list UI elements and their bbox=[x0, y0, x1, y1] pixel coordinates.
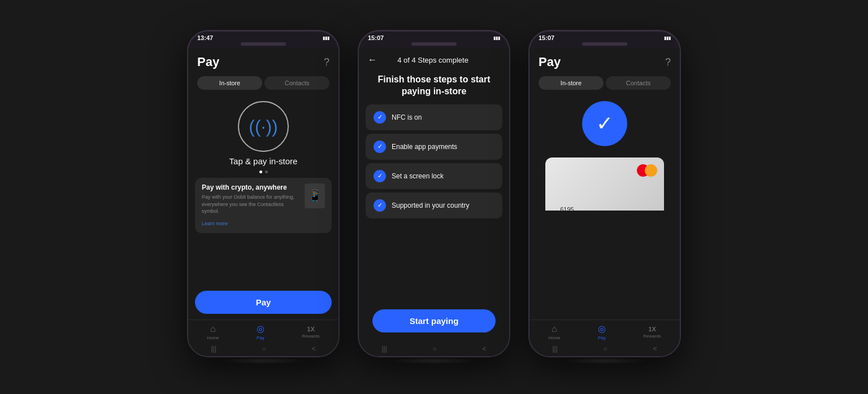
step-item-3: ✓ Set a screen lock bbox=[366, 163, 502, 189]
mastercard-logo bbox=[637, 164, 657, 177]
promo-card: Pay with crypto, anywhere Pay with your … bbox=[195, 178, 332, 233]
phone-2: 15:07 ▮▮▮ ← 4 of 4 Steps complete Finish… bbox=[358, 30, 510, 357]
gesture-back-3: < bbox=[653, 345, 657, 353]
status-icons-3: ▮▮▮ bbox=[664, 36, 671, 41]
nav-home-1[interactable]: ⌂ Home bbox=[207, 324, 219, 340]
status-icons-2: ▮▮▮ bbox=[493, 36, 500, 41]
nav-home-label-3: Home bbox=[548, 335, 560, 340]
nav-rewards-3[interactable]: 1X Rewards bbox=[643, 326, 661, 339]
gesture-circle-1: ○ bbox=[262, 345, 266, 353]
app-content-2: ← 4 of 4 Steps complete Finish those ste… bbox=[359, 48, 509, 356]
pay-button[interactable]: Pay bbox=[195, 291, 332, 314]
step-text-3: Set a screen lock bbox=[392, 172, 444, 180]
status-bar-3: 15:07 ▮▮▮ bbox=[530, 31, 680, 42]
battery-icon-3: ▮▮▮ bbox=[664, 36, 671, 41]
help-icon-1[interactable]: ? bbox=[324, 56, 329, 68]
gesture-lines-2: ||| bbox=[381, 345, 387, 353]
step-check-3: ✓ bbox=[374, 170, 386, 182]
step-item-2: ✓ Enable app payments bbox=[366, 134, 502, 160]
nav-pay-1[interactable]: ◎ Pay bbox=[257, 323, 264, 340]
notch-3 bbox=[582, 42, 627, 46]
tab-contacts-1[interactable]: Contacts bbox=[264, 76, 329, 90]
step-check-1: ✓ bbox=[374, 111, 386, 124]
checkmark-icon: ✓ bbox=[596, 112, 613, 135]
nav-pay-label-1: Pay bbox=[257, 335, 264, 340]
phones-container: 13:47 ▮▮▮ Pay ? In-store Contacts bbox=[176, 19, 692, 375]
step-item-4: ✓ Supported in your country bbox=[366, 192, 502, 218]
step-text-1: NFC is on bbox=[392, 113, 422, 121]
app-header-3: Pay ? bbox=[530, 48, 680, 74]
time-3: 15:07 bbox=[539, 34, 554, 41]
dot-2 bbox=[265, 170, 268, 173]
promo-link[interactable]: Learn more bbox=[202, 221, 228, 226]
back-button[interactable]: ← bbox=[368, 55, 377, 65]
app-header-1: Pay ? bbox=[188, 48, 338, 74]
steps-content: Finish those steps to start paying in-st… bbox=[359, 69, 509, 343]
nav-rewards-label-1: Rewards bbox=[302, 334, 320, 339]
phone-1: 13:47 ▮▮▮ Pay ? In-store Contacts bbox=[187, 30, 340, 357]
app-title-3: Pay bbox=[539, 55, 561, 69]
rewards-icon-3: 1X bbox=[648, 326, 656, 332]
steps-complete-label: 4 of 4 Steps complete bbox=[377, 56, 489, 64]
app-content-1: Pay ? In-store Contacts ((·)) Tap & pay … bbox=[188, 48, 338, 356]
bottom-nav-1: ⌂ Home ◎ Pay 1X Rewards bbox=[188, 319, 338, 343]
notch-2 bbox=[411, 42, 457, 46]
success-check-circle: ✓ bbox=[582, 101, 627, 146]
success-content: ✓ ....6195 bbox=[530, 92, 680, 211]
rewards-icon-1: 1X bbox=[307, 326, 314, 332]
help-icon-3[interactable]: ? bbox=[665, 56, 671, 68]
card-last-four: ....6195 bbox=[553, 206, 656, 211]
step-text-4: Supported in your country bbox=[392, 202, 469, 209]
nav-rewards-1[interactable]: 1X Rewards bbox=[302, 326, 320, 339]
nav-rewards-label-3: Rewards bbox=[643, 334, 661, 339]
step-check-2: ✓ bbox=[374, 141, 386, 153]
tab-bar-3: In-store Contacts bbox=[530, 74, 680, 92]
phone-shadow-3 bbox=[559, 357, 650, 364]
bottom-nav-3: ⌂ Home ◎ Pay 1X Rewards bbox=[530, 319, 680, 343]
tab-contacts-3[interactable]: Contacts bbox=[606, 76, 671, 90]
gesture-back-1: < bbox=[312, 345, 316, 353]
gesture-circle-2: ○ bbox=[433, 345, 437, 353]
pay-icon-1: ◎ bbox=[257, 323, 264, 334]
tab-instore-3[interactable]: In-store bbox=[539, 76, 604, 90]
nav-home-3[interactable]: ⌂ Home bbox=[548, 324, 560, 340]
pay-icon-3: ◎ bbox=[598, 323, 606, 334]
gesture-circle-3: ○ bbox=[604, 345, 607, 353]
home-icon-1: ⌂ bbox=[210, 324, 216, 334]
status-bar-2: 15:07 ▮▮▮ bbox=[359, 31, 509, 42]
nav-pay-3[interactable]: ◎ Pay bbox=[598, 323, 606, 340]
gesture-bar-2: ||| ○ < bbox=[359, 343, 509, 356]
gesture-bar-3: ||| ○ < bbox=[530, 343, 680, 356]
nfc-waves-icon: ((·)) bbox=[249, 116, 278, 137]
tap-pay-label: Tap & pay in-store bbox=[188, 156, 338, 166]
battery-icon-2: ▮▮▮ bbox=[493, 36, 500, 41]
time-1: 13:47 bbox=[197, 34, 213, 41]
credit-card: ....6195 bbox=[545, 157, 664, 211]
dot-1 bbox=[259, 170, 262, 173]
step-check-4: ✓ bbox=[374, 199, 386, 212]
gesture-back-2: < bbox=[483, 345, 487, 353]
home-icon-3: ⌂ bbox=[552, 324, 557, 334]
notch-area-1 bbox=[188, 42, 338, 48]
phone-shadow-1 bbox=[218, 357, 309, 364]
tab-bar-1: In-store Contacts bbox=[188, 74, 338, 92]
nav-pay-label-3: Pay bbox=[598, 335, 606, 340]
gesture-lines-1: ||| bbox=[211, 345, 216, 353]
phone-3: 15:07 ▮▮▮ Pay ? In-store Contacts bbox=[528, 30, 681, 357]
step-text-2: Enable app payments bbox=[392, 143, 457, 151]
phone-shadow-2 bbox=[389, 357, 479, 364]
mc-right-circle bbox=[645, 164, 657, 177]
time-2: 15:07 bbox=[368, 34, 384, 41]
promo-image: 📱 bbox=[305, 183, 325, 208]
dots-row bbox=[188, 170, 338, 173]
start-paying-button[interactable]: Start paying bbox=[372, 309, 496, 332]
nav-home-label-1: Home bbox=[207, 335, 219, 340]
steps-heading: Finish those steps to start paying in-st… bbox=[366, 74, 502, 98]
status-icons-1: ▮▮▮ bbox=[323, 36, 329, 41]
battery-icon-1: ▮▮▮ bbox=[323, 36, 329, 41]
tab-instore-1[interactable]: In-store bbox=[197, 76, 262, 90]
promo-desc: Pay with your Oobit balance for anything… bbox=[202, 194, 300, 215]
gesture-bar-1: ||| ○ < bbox=[188, 343, 338, 356]
gesture-lines-3: ||| bbox=[552, 345, 557, 353]
app-content-3: Pay ? In-store Contacts ✓ bbox=[530, 48, 680, 356]
